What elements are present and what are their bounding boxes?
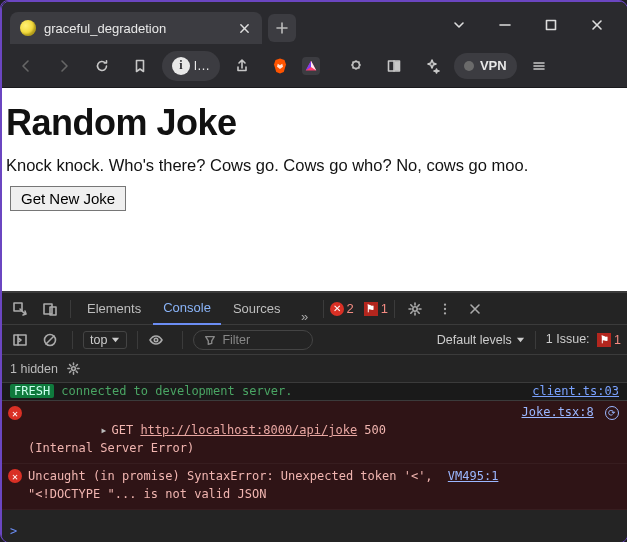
- devtools-tab-console[interactable]: Console: [153, 293, 221, 325]
- execution-context-selector[interactable]: top: [83, 331, 127, 349]
- get-new-joke-button[interactable]: Get New Joke: [10, 186, 126, 211]
- console-error-row[interactable]: ✕ Uncaught (in promise) SyntaxError: Une…: [2, 464, 627, 510]
- console-sidebar-toggle[interactable]: [8, 328, 32, 352]
- inspect-element-button[interactable]: [6, 295, 34, 323]
- vpn-label: VPN: [480, 58, 507, 73]
- new-tab-button[interactable]: [268, 14, 296, 42]
- reload-button[interactable]: [86, 50, 118, 82]
- tab-close-button[interactable]: [236, 20, 252, 36]
- device-emulation-button[interactable]: [36, 295, 64, 323]
- live-expression-button[interactable]: [148, 332, 172, 348]
- source-link[interactable]: VM495:1: [440, 469, 499, 483]
- sidebar-button[interactable]: [378, 50, 410, 82]
- window-minimize-button[interactable]: [483, 10, 527, 40]
- error-icon: ✕: [8, 406, 22, 420]
- devtools-tab-elements[interactable]: Elements: [77, 293, 151, 325]
- app-menu-button[interactable]: [523, 50, 555, 82]
- error-count-badge[interactable]: ✕ 2: [330, 301, 354, 316]
- hidden-messages-row[interactable]: 1 hidden: [2, 355, 627, 383]
- log-levels-selector[interactable]: Default levels: [437, 333, 525, 347]
- hmr-status-line: FRESH connected to development server. c…: [2, 383, 627, 401]
- svg-point-9: [444, 312, 446, 314]
- console-messages: ✕ ▸GET http://localhost:8000/api/joke 50…: [2, 401, 627, 520]
- titlebar: graceful_degradetion: [2, 2, 627, 44]
- vpn-status-dot-icon: [464, 61, 474, 71]
- tab-search-button[interactable]: [437, 10, 481, 40]
- request-url-link[interactable]: http://localhost:8000/api/joke: [140, 423, 357, 437]
- share-button[interactable]: [226, 50, 258, 82]
- window-close-button[interactable]: [575, 10, 619, 40]
- browser-toolbar: i l… VPN: [2, 44, 627, 88]
- url-text: l…: [194, 58, 210, 73]
- favicon-icon: [20, 20, 36, 36]
- joke-text: Knock knock. Who's there? Cows go. Cows …: [6, 154, 623, 176]
- clear-console-button[interactable]: [38, 328, 62, 352]
- error-icon: ✕: [330, 302, 344, 316]
- nav-forward-button[interactable]: [48, 50, 80, 82]
- svg-point-12: [155, 338, 158, 341]
- error-icon: ✕: [8, 469, 22, 483]
- devtools-tabbar: Elements Console Sources » ✕ 2 ⚑ 1: [2, 293, 627, 325]
- svg-rect-2: [394, 61, 399, 70]
- svg-point-7: [444, 303, 446, 305]
- devtools-tab-sources[interactable]: Sources: [223, 293, 291, 325]
- console-filter-input[interactable]: Filter: [193, 330, 313, 350]
- issue-flag-icon: ⚑: [597, 333, 611, 347]
- chevron-right-icon: >: [10, 524, 17, 538]
- issue-count-badge[interactable]: ⚑ 1: [364, 301, 388, 316]
- brave-rewards-icon[interactable]: [302, 57, 320, 75]
- svg-point-13: [72, 367, 76, 371]
- filter-placeholder: Filter: [222, 333, 250, 347]
- window-maximize-button[interactable]: [529, 10, 573, 40]
- devtools-tabs-overflow-button[interactable]: »: [293, 293, 317, 324]
- source-link[interactable]: Joke.tsx:8: [514, 405, 594, 419]
- svg-rect-0: [547, 21, 556, 30]
- svg-point-6: [413, 306, 417, 310]
- nav-back-button[interactable]: [10, 50, 42, 82]
- issues-link[interactable]: 1 Issue: ⚑ 1: [546, 332, 621, 347]
- page-content: Random Joke Knock knock. Who's there? Co…: [2, 88, 627, 291]
- vpn-button[interactable]: VPN: [454, 53, 517, 79]
- gear-icon: [66, 361, 81, 376]
- leo-ai-button[interactable]: [416, 50, 448, 82]
- site-info-icon[interactable]: i: [172, 57, 190, 75]
- issue-flag-icon: ⚑: [364, 302, 378, 316]
- svg-point-8: [444, 307, 446, 309]
- console-error-row[interactable]: ✕ ▸GET http://localhost:8000/api/joke 50…: [2, 401, 627, 464]
- browser-tab[interactable]: graceful_degradetion: [10, 12, 262, 44]
- address-bar[interactable]: i l…: [162, 51, 220, 81]
- devtools-close-button[interactable]: [461, 295, 489, 323]
- devtools-more-button[interactable]: [431, 295, 459, 323]
- devtools-settings-button[interactable]: [401, 295, 429, 323]
- console-prompt[interactable]: >: [2, 520, 627, 542]
- react-devtools-icon[interactable]: ⟳: [605, 406, 619, 420]
- tab-title: graceful_degradetion: [44, 21, 228, 36]
- expand-triangle-icon[interactable]: ▸: [100, 423, 111, 437]
- console-filter-bar: top Filter Default levels 1 Issue: ⚑: [2, 325, 627, 355]
- bookmark-button[interactable]: [124, 50, 156, 82]
- page-heading: Random Joke: [6, 102, 623, 144]
- extensions-button[interactable]: [340, 50, 372, 82]
- brave-shields-icon[interactable]: [264, 50, 296, 82]
- devtools-panel: Elements Console Sources » ✕ 2 ⚑ 1: [2, 291, 627, 542]
